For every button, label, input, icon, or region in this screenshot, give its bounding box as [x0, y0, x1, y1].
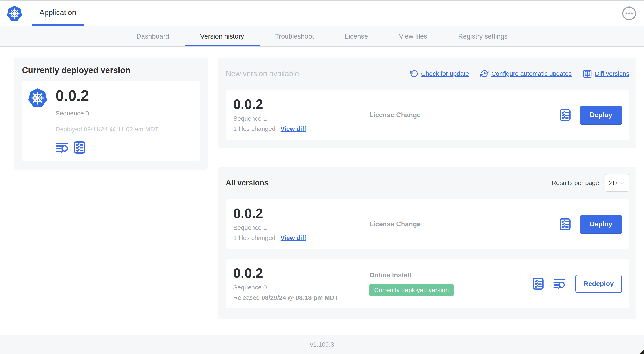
version-source: Online Install Currently deployed versio…: [369, 271, 532, 296]
tab-dashboard[interactable]: Dashboard: [121, 26, 185, 46]
files-changed-text: 1 files changed: [233, 234, 276, 241]
new-version-header: New version available Check for update: [226, 65, 629, 83]
version-actions: Deploy: [559, 215, 622, 233]
rotate-ccw-icon: [410, 70, 418, 78]
deployed-actions: [56, 141, 159, 154]
view-diff-link[interactable]: View diff: [280, 125, 306, 132]
version-details: 0.0.2 Sequence 1 1 files changed View di…: [233, 97, 369, 132]
version-number: 0.0.2: [233, 207, 369, 221]
schedule-sync-clock-icon: [480, 70, 489, 78]
version-number: 0.0.2: [233, 266, 369, 280]
split-diff-icon: [583, 69, 592, 78]
version-source: License Change: [369, 220, 559, 228]
version-row-sequence-1: 0.0.2 Sequence 1 1 files changed View di…: [226, 199, 629, 249]
tab-view-files[interactable]: View files: [384, 26, 443, 46]
results-per-page-label: Results per page:: [552, 179, 601, 186]
app-header: Application: [0, 1, 644, 26]
app-footer: v1.109.3: [0, 335, 644, 354]
version-number: 0.0.2: [233, 97, 369, 111]
view-logs-icon[interactable]: [553, 278, 566, 289]
version-source-label: Online Install: [369, 271, 412, 279]
check-for-update-link[interactable]: Check for update: [410, 70, 469, 78]
released-prefix: Released: [233, 294, 260, 301]
header-spacer: [84, 1, 622, 26]
version-actions: Deploy: [559, 106, 622, 124]
files-changed-line: 1 files changed View diff: [233, 234, 369, 241]
version-source: License Change: [369, 111, 559, 119]
tab-troubleshoot[interactable]: Troubleshoot: [260, 26, 330, 46]
version-details: 0.0.2 Sequence 0 Released 08/29/24 @ 03:…: [233, 266, 369, 301]
files-changed-line: 1 files changed View diff: [233, 125, 369, 132]
version-row-sequence-0: 0.0.2 Sequence 0 Released 08/29/24 @ 03:…: [226, 259, 629, 308]
release-notes-icon[interactable]: [532, 277, 544, 290]
view-diff-link[interactable]: View diff: [280, 234, 306, 241]
deployed-version-card: 0.0.2 Sequence 0 Deployed 09/11/24 @ 11:…: [22, 81, 200, 161]
deployed-version-info: 0.0.2 Sequence 0 Deployed 09/11/24 @ 11:…: [56, 86, 159, 154]
all-versions-header: All versions Results per page: 20: [226, 174, 629, 192]
released-date: 08/29/24 @ 03:18 pm MDT: [262, 294, 338, 301]
tab-version-history[interactable]: Version history: [185, 26, 260, 46]
new-version-title: New version available: [226, 69, 299, 78]
version-sequence: Sequence 0: [233, 284, 369, 291]
left-column: Currently deployed version: [14, 58, 208, 170]
results-per-page-select[interactable]: 20: [605, 174, 629, 192]
version-source-label: License Change: [369, 220, 420, 228]
application-icon: [28, 88, 48, 110]
deploy-button[interactable]: Deploy: [580, 215, 622, 233]
version-source-label: License Change: [369, 111, 420, 119]
tab-license[interactable]: License: [329, 26, 383, 46]
console-version: v1.109.3: [310, 341, 334, 348]
kubernetes-logo-icon: [6, 5, 22, 22]
all-versions-card: All versions Results per page: 20: [218, 167, 636, 319]
update-links: Check for update Configure automatic upd…: [410, 69, 629, 78]
main-content: Currently deployed version: [0, 47, 644, 335]
configure-automatic-updates-link[interactable]: Configure automatic updates: [480, 70, 572, 78]
new-version-card: New version available Check for update: [218, 58, 636, 148]
release-notes-icon[interactable]: [74, 141, 86, 154]
released-timestamp: Released 08/29/24 @ 03:18 pm MDT: [233, 294, 369, 301]
results-per-page-value: 20: [609, 179, 617, 187]
ellipsis-circle-icon: [622, 6, 636, 21]
results-per-page: Results per page: 20: [552, 174, 629, 192]
files-changed-text: 1 files changed: [233, 125, 276, 132]
version-sequence: Sequence 1: [233, 224, 369, 231]
tab-registry-settings[interactable]: Registry settings: [442, 26, 523, 46]
currently-deployed-card: Currently deployed version: [14, 58, 208, 170]
new-version-row: 0.0.2 Sequence 1 1 files changed View di…: [226, 90, 629, 140]
deployed-version-number: 0.0.2: [56, 88, 159, 104]
app-tab[interactable]: Application: [32, 1, 84, 26]
deployed-sequence: Sequence 0: [56, 110, 159, 117]
more-options-button[interactable]: [622, 6, 636, 21]
currently-deployed-badge: Currently deployed version: [369, 284, 454, 296]
kots-admin-console: Application Dashboard Version history Tr…: [0, 0, 644, 354]
chevron-down-icon: [619, 180, 625, 186]
right-column: New version available Check for update: [218, 58, 636, 319]
diff-versions-link[interactable]: Diff versions: [583, 69, 629, 78]
release-notes-icon[interactable]: [559, 109, 571, 122]
version-sequence: Sequence 1: [233, 115, 369, 122]
deployed-timestamp: Deployed 09/11/24 @ 11:02 am MDT: [56, 126, 159, 133]
app-tab-label: Application: [39, 8, 76, 17]
app-subnav: Dashboard Version history Troubleshoot L…: [0, 26, 644, 47]
release-notes-icon[interactable]: [559, 218, 571, 231]
all-versions-title: All versions: [226, 178, 268, 187]
cursor-artifact: [640, 350, 644, 354]
view-logs-icon[interactable]: [56, 141, 69, 154]
deploy-button[interactable]: Deploy: [580, 106, 622, 124]
version-details: 0.0.2 Sequence 1 1 files changed View di…: [233, 207, 369, 241]
redeploy-button[interactable]: Redeploy: [575, 275, 622, 293]
currently-deployed-title: Currently deployed version: [22, 66, 200, 75]
version-actions: Redeploy: [532, 275, 622, 293]
